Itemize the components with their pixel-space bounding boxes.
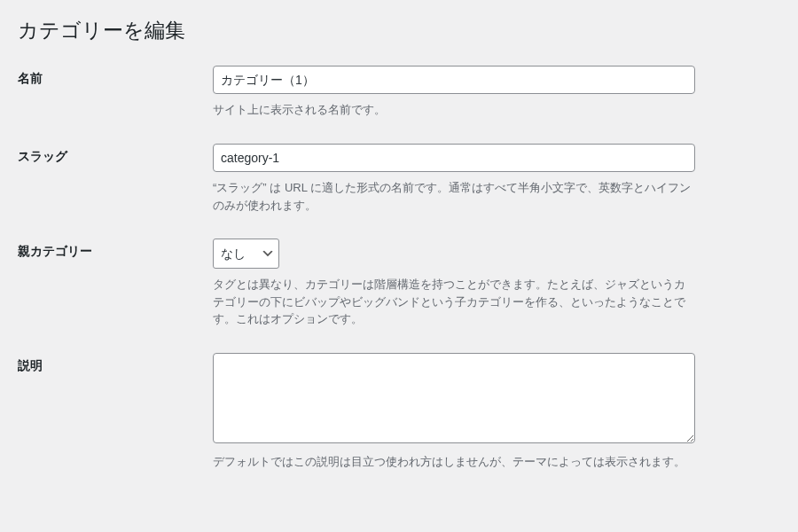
description-row: 説明 デフォルトではこの説明は目立つ使われ方はしませんが、テーマによっては表示さ…	[18, 353, 780, 471]
parent-row: 親カテゴリー なし タグとは異なり、カテゴリーは階層構造を持つことができます。た…	[18, 239, 780, 328]
name-row: 名前 サイト上に表示される名前です。	[18, 66, 780, 119]
name-input[interactable]	[213, 66, 695, 94]
slug-row: スラッグ “スラッグ” は URL に適した形式の名前です。通常はすべて半角小文…	[18, 144, 780, 214]
slug-input[interactable]	[213, 144, 695, 172]
name-description: サイト上に表示される名前です。	[213, 101, 695, 119]
edit-category-form: 名前 サイト上に表示される名前です。 スラッグ “スラッグ” は URL に適し…	[18, 66, 780, 470]
name-label: 名前	[18, 71, 43, 85]
description-textarea[interactable]	[213, 353, 695, 443]
slug-description: “スラッグ” は URL に適した形式の名前です。通常はすべて半角小文字で、英数…	[213, 179, 695, 214]
page-title: カテゴリーを編集	[18, 18, 780, 44]
slug-label: スラッグ	[18, 149, 67, 163]
parent-label: 親カテゴリー	[18, 244, 92, 258]
description-help: デフォルトではこの説明は目立つ使われ方はしませんが、テーマによっては表示されます…	[213, 453, 695, 471]
parent-description: タグとは異なり、カテゴリーは階層構造を持つことができます。たとえば、ジャズという…	[213, 276, 695, 328]
description-label: 説明	[18, 358, 43, 372]
parent-select[interactable]: なし	[213, 239, 279, 269]
